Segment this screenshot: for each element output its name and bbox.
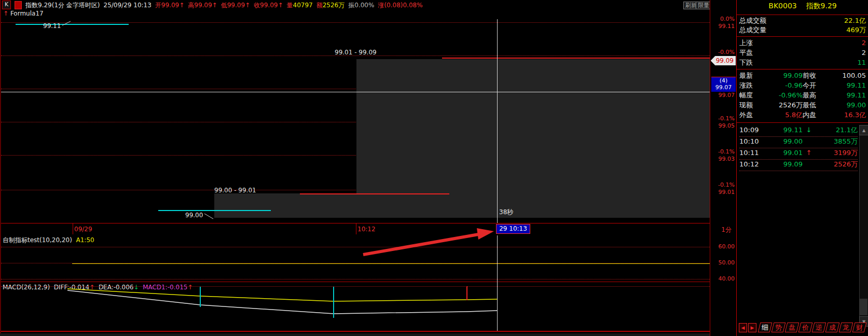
grid-line	[1, 279, 710, 279]
formula-row: ↑ Formula17	[3, 10, 44, 17]
tabs-prev-button[interactable]: ◀	[739, 323, 747, 332]
indicator-a1-line	[72, 263, 710, 264]
tab-orderbook[interactable]: 盘	[785, 323, 800, 332]
tabs-next-button[interactable]: ▶	[748, 323, 756, 332]
quote-row-advancers: 上涨2	[739, 38, 866, 48]
range-high-label: 99.01 - 99.09	[335, 49, 377, 56]
tick-row[interactable]: 10:0999.11 ↓21.1亿	[739, 125, 858, 137]
quote-divider	[737, 122, 868, 123]
grid-line	[1, 247, 710, 247]
up-arrow-icon: ↑	[89, 284, 94, 291]
down-arrow-icon: ↓	[133, 284, 139, 291]
quote-row-decliners: 下跌11	[739, 58, 866, 67]
macd-title: MACD(26,12,9) DIFF:-0.014↑ DEA:-0.006↓ M…	[3, 284, 193, 291]
formula-up-arrow-icon: ↑	[3, 10, 8, 17]
price-chart-area[interactable]: 99.11 99.01 - 99.09 99.00 - 99.01 99.00 …	[1, 17, 710, 223]
macd-macd1-value: MACD1:-0.015	[143, 284, 187, 291]
macd-panel[interactable]: MACD(26,12,9) DIFF:-0.014↑ DEA:-0.006↓ M…	[1, 282, 710, 331]
tab-finance[interactable]: 财	[852, 323, 867, 332]
tab-detail[interactable]: 细	[758, 323, 773, 332]
indicator-panel[interactable]: 自制指标test(10,20,20) A1:50	[1, 235, 710, 282]
macd-params: MACD(26,12,9)	[3, 284, 50, 291]
scrollbar-track[interactable]	[859, 125, 868, 327]
time-tick	[73, 223, 73, 234]
last-price-tag: 99.09	[711, 56, 736, 65]
avg-line-high	[442, 58, 710, 59]
indicator-title: 自制指标test(10,20,20) A1:50	[3, 236, 94, 244]
time-axis: 09/29 10:12 29 10:13	[1, 223, 736, 236]
axis-pct: -0.1%	[718, 149, 735, 155]
macd-diff-value: DIFF:-0.014	[54, 284, 89, 291]
scrollbar-thumb[interactable]	[860, 299, 867, 315]
tick-row[interactable]: 10:1299.09 2526万	[739, 159, 858, 171]
quote-row-total-volume: 总成交量469万	[739, 25, 866, 35]
crosshair-vertical	[497, 19, 498, 223]
k-icon[interactable]: K	[2, 1, 11, 9]
axis-pct: -0.1%	[718, 116, 735, 122]
scrollbar-up-button[interactable]: ▲	[859, 125, 868, 135]
price-axis-column: 0.0% 99.11 -0.0% 99.09 (4) 99.07 99.07 -…	[710, 0, 737, 336]
mode-icon[interactable]	[15, 1, 22, 9]
tab-price[interactable]: 价	[798, 323, 813, 332]
axis-pct: -0.0%	[718, 49, 735, 55]
quote-row-outer-inner: 外盘5.8亿 内盘16.3亿	[739, 110, 866, 120]
range-low-label: 99.00 - 99.01	[214, 187, 256, 194]
level-line-high	[16, 24, 129, 25]
crosshair-horizontal	[1, 92, 710, 92]
quote-row-unchanged: 平盘2	[739, 48, 866, 58]
quote-panel: BK0003 指数9.29 总成交额22.1亿 总成交量469万 上涨2 平盘2…	[736, 0, 868, 336]
quote-title: BK0003 指数9.29	[737, 2, 868, 11]
open-label: 开99.09↑	[155, 2, 184, 9]
title-bar: K 指数9.29(1分 金字塔时区) 25/09/29 10:13 开99.09…	[1, 0, 684, 10]
tab-trend[interactable]: 势	[771, 323, 786, 332]
indicator-axis-40: 40.00	[719, 276, 735, 282]
volume-label: 量40797	[287, 2, 313, 9]
axis-price: 99.07	[719, 92, 735, 99]
avg-line-low	[300, 193, 449, 194]
macd-zero-line	[1, 286, 710, 287]
axis-price: 99.11	[719, 23, 735, 30]
axis-price: 99.05	[719, 123, 735, 129]
tab-reverse[interactable]: 逆	[812, 323, 826, 332]
tab-dragon[interactable]: 龙	[839, 323, 853, 332]
down-arrow-icon: ↓	[803, 125, 815, 136]
trading-terminal-window: K 指数9.29(1分 金字塔时区) 25/09/29 10:13 开99.09…	[0, 0, 868, 336]
indicator-axis-60: 60.00	[719, 244, 735, 250]
formula-name[interactable]: Formula17	[10, 10, 44, 17]
period-selector[interactable]: 1分	[721, 226, 732, 233]
tick-row[interactable]: 10:1199.01 ↑3199万	[739, 148, 858, 160]
quote-row-change-open: 涨跌-0.96 今开99.11	[739, 81, 866, 90]
low-label: 低99.09↑	[221, 2, 250, 9]
tab-volume[interactable]: 成	[825, 323, 840, 332]
time-label-1012: 10:12	[357, 226, 376, 233]
axis-price: 99.03	[719, 156, 735, 162]
axis-pct: -0.1%	[718, 182, 735, 188]
panel-tab-strip: ◀ ▶ 细 势 盘 价 逆 成 龙 财	[739, 323, 865, 332]
limit-button[interactable]: 限量	[696, 2, 711, 9]
up-arrow-icon: ↑	[187, 284, 192, 291]
crosshair-price-box: (4) 99.07	[711, 77, 736, 92]
crosshair-price-value: 99.07	[711, 84, 736, 91]
chart-title: 指数9.29(1分 金字塔时区)	[25, 2, 100, 9]
grid-line	[1, 22, 710, 23]
quote-row-pct-high: 幅度-0.96% 最高99.11	[739, 91, 866, 100]
quote-divider	[737, 36, 868, 37]
close-label: 收99.09↑	[254, 2, 283, 9]
crosshair-bar-count: (4)	[711, 77, 736, 84]
quote-divider	[737, 69, 868, 69]
level-high-label: 99.11	[43, 22, 61, 30]
time-tick	[356, 223, 356, 234]
tick-row[interactable]: 10:1099.00 3855万	[739, 136, 858, 148]
symbol-code: BK0003	[768, 2, 796, 10]
range-box-low	[214, 193, 356, 218]
axis-pct: 0.0%	[720, 16, 735, 22]
datetime-label: 25/09/29 10:13	[104, 2, 151, 9]
amount-label: 额2526万	[316, 2, 345, 9]
quote-row-last-prevclose: 最新99.09 前收100.05	[739, 71, 866, 80]
countdown-label: 38秒	[499, 208, 513, 216]
up-arrow-icon: ↑	[803, 148, 815, 159]
amplitude-label: 振0.00%	[348, 2, 374, 9]
axis-price: 99.01	[719, 189, 735, 195]
change-label: 涨(0.08)0.08%	[378, 2, 422, 9]
macd-bottom-border	[1, 331, 736, 332]
